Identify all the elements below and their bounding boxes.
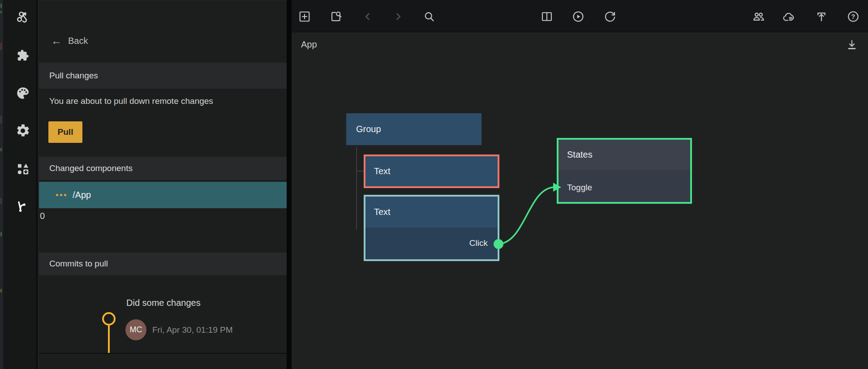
nav-forward-icon[interactable]: [391, 10, 405, 23]
stray-count-text: 0: [40, 211, 45, 221]
version-control-panel: ← Back Pull changes You are about to pul…: [39, 1, 287, 369]
cloud-sync-icon[interactable]: [782, 10, 795, 23]
main-sidebar: [3, 0, 38, 369]
commits-to-pull-title: Commits to pull: [49, 259, 108, 269]
input-port-toggle[interactable]: Toggle: [567, 183, 592, 193]
edge-mark: [0, 116, 2, 124]
changed-component-label: /App: [73, 190, 91, 200]
commit-timestamp: Fri, Apr 30, 01:19 PM: [152, 325, 233, 335]
back-button[interactable]: ← Back: [51, 32, 88, 49]
preview-play-icon[interactable]: [572, 10, 585, 23]
node-title: Text: [374, 207, 391, 217]
section-header-commits-to-pull: Commits to pull: [39, 253, 287, 275]
help-glyph: ?: [851, 13, 855, 20]
back-label: Back: [68, 36, 88, 46]
output-port-click[interactable]: Click: [469, 238, 488, 248]
split-view-icon[interactable]: [540, 10, 554, 23]
node-canvas[interactable]: ? App Group Text Text Click: [292, 0, 868, 369]
changed-component-item-app[interactable]: /App: [39, 182, 287, 208]
section-header-changed-components: Changed components: [39, 157, 287, 180]
component-search-icon[interactable]: [329, 10, 343, 23]
version-control-branch-icon[interactable]: [15, 198, 31, 214]
edge-mark: [0, 289, 2, 292]
help-icon[interactable]: ?: [847, 10, 860, 23]
node-title: States: [567, 150, 593, 160]
canvas-toolbar: ?: [292, 0, 868, 32]
plugins-puzzle-icon[interactable]: [15, 47, 31, 64]
node-text-selected[interactable]: Text Click: [364, 195, 499, 261]
refresh-icon[interactable]: [603, 10, 617, 23]
pull-description: You are about to pull down remote change…: [49, 96, 213, 106]
node-text-conflict[interactable]: Text: [364, 154, 499, 188]
edge-activity-strip: [0, 0, 3, 369]
commit-graph-line: [108, 325, 110, 353]
download-icon[interactable]: [845, 38, 859, 51]
deploy-upload-icon[interactable]: [815, 10, 828, 23]
edge-mark: [0, 11, 2, 13]
nav-back-icon[interactable]: [361, 10, 374, 23]
node-group[interactable]: Group: [346, 113, 481, 145]
edge-mark: [0, 232, 2, 236]
collaborators-icon[interactable]: [752, 10, 765, 23]
edge-mark: [0, 198, 2, 204]
pull-changes-title: Pull changes: [49, 71, 98, 81]
pull-button[interactable]: Pull: [48, 121, 82, 143]
settings-gear-icon[interactable]: [15, 123, 31, 139]
edge-mark: [0, 148, 2, 151]
node-header: States: [559, 140, 690, 170]
edge-mark: [0, 43, 2, 50]
node-tree-tick: [356, 171, 364, 172]
back-arrow-icon: ←: [51, 35, 62, 46]
edge-mark: [0, 4, 2, 8]
section-header-pull-changes: Pull changes: [39, 63, 287, 89]
node-title: Text: [374, 166, 391, 176]
commit-graph-node-icon: [102, 312, 116, 326]
panel-canvas-separator: [287, 0, 292, 369]
commit-author-avatar: MC: [125, 319, 146, 340]
commit-message: Did some changes: [126, 298, 201, 308]
search-icon[interactable]: [422, 10, 436, 23]
noodl-app-window: ← Back Pull changes You are about to pul…: [0, 0, 868, 369]
node-tree-line: [356, 147, 357, 230]
styles-palette-icon[interactable]: [15, 85, 31, 101]
add-node-icon[interactable]: [298, 10, 311, 23]
commit-list-divider: [39, 353, 287, 354]
node-title: Group: [356, 124, 381, 134]
changed-components-title: Changed components: [49, 163, 133, 173]
component-ellipsis-icon: [56, 194, 66, 196]
components-shapes-icon[interactable]: [15, 161, 31, 177]
node-header: Text: [365, 197, 498, 227]
component-breadcrumb[interactable]: App: [301, 39, 317, 50]
node-states[interactable]: States Toggle: [557, 138, 692, 204]
noodl-logo-icon[interactable]: [15, 9, 31, 25]
